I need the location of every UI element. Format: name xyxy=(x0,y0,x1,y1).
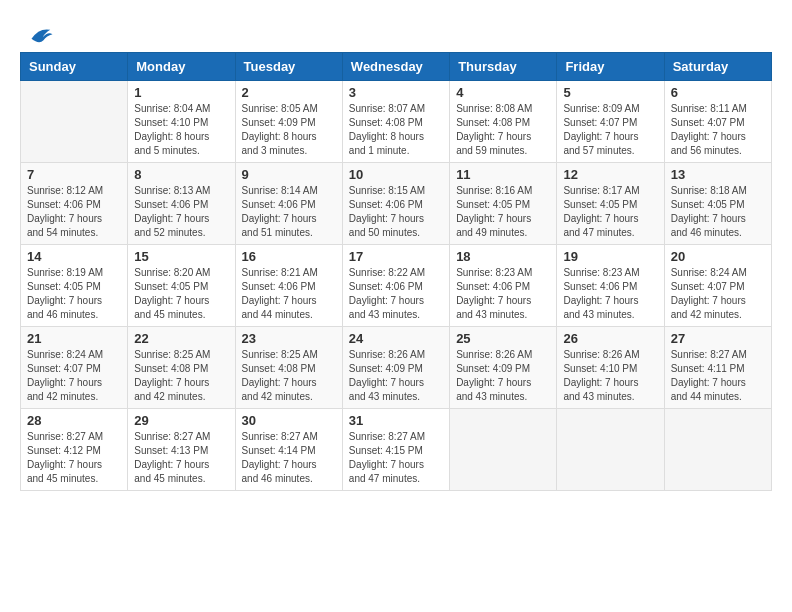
day-info: Sunrise: 8:26 AM Sunset: 4:09 PM Dayligh… xyxy=(349,348,443,404)
calendar-cell: 30Sunrise: 8:27 AM Sunset: 4:14 PM Dayli… xyxy=(235,409,342,491)
calendar-cell: 13Sunrise: 8:18 AM Sunset: 4:05 PM Dayli… xyxy=(664,163,771,245)
day-info: Sunrise: 8:09 AM Sunset: 4:07 PM Dayligh… xyxy=(563,102,657,158)
day-number: 19 xyxy=(563,249,657,264)
day-number: 30 xyxy=(242,413,336,428)
day-number: 11 xyxy=(456,167,550,182)
calendar-week-row: 14Sunrise: 8:19 AM Sunset: 4:05 PM Dayli… xyxy=(21,245,772,327)
calendar-cell: 15Sunrise: 8:20 AM Sunset: 4:05 PM Dayli… xyxy=(128,245,235,327)
calendar-cell: 5Sunrise: 8:09 AM Sunset: 4:07 PM Daylig… xyxy=(557,81,664,163)
calendar-cell: 29Sunrise: 8:27 AM Sunset: 4:13 PM Dayli… xyxy=(128,409,235,491)
calendar-table: SundayMondayTuesdayWednesdayThursdayFrid… xyxy=(20,52,772,491)
calendar-cell: 28Sunrise: 8:27 AM Sunset: 4:12 PM Dayli… xyxy=(21,409,128,491)
calendar-cell: 7Sunrise: 8:12 AM Sunset: 4:06 PM Daylig… xyxy=(21,163,128,245)
calendar-cell: 22Sunrise: 8:25 AM Sunset: 4:08 PM Dayli… xyxy=(128,327,235,409)
day-info: Sunrise: 8:20 AM Sunset: 4:05 PM Dayligh… xyxy=(134,266,228,322)
day-info: Sunrise: 8:27 AM Sunset: 4:14 PM Dayligh… xyxy=(242,430,336,486)
day-info: Sunrise: 8:27 AM Sunset: 4:11 PM Dayligh… xyxy=(671,348,765,404)
calendar-cell xyxy=(664,409,771,491)
calendar-week-row: 21Sunrise: 8:24 AM Sunset: 4:07 PM Dayli… xyxy=(21,327,772,409)
calendar-cell: 31Sunrise: 8:27 AM Sunset: 4:15 PM Dayli… xyxy=(342,409,449,491)
calendar-cell: 12Sunrise: 8:17 AM Sunset: 4:05 PM Dayli… xyxy=(557,163,664,245)
calendar-cell: 16Sunrise: 8:21 AM Sunset: 4:06 PM Dayli… xyxy=(235,245,342,327)
calendar-cell: 2Sunrise: 8:05 AM Sunset: 4:09 PM Daylig… xyxy=(235,81,342,163)
day-number: 1 xyxy=(134,85,228,100)
day-number: 15 xyxy=(134,249,228,264)
day-number: 16 xyxy=(242,249,336,264)
column-header-saturday: Saturday xyxy=(664,53,771,81)
day-info: Sunrise: 8:14 AM Sunset: 4:06 PM Dayligh… xyxy=(242,184,336,240)
logo xyxy=(20,20,54,42)
calendar-cell: 27Sunrise: 8:27 AM Sunset: 4:11 PM Dayli… xyxy=(664,327,771,409)
day-number: 10 xyxy=(349,167,443,182)
calendar-cell: 24Sunrise: 8:26 AM Sunset: 4:09 PM Dayli… xyxy=(342,327,449,409)
day-info: Sunrise: 8:11 AM Sunset: 4:07 PM Dayligh… xyxy=(671,102,765,158)
calendar-cell: 20Sunrise: 8:24 AM Sunset: 4:07 PM Dayli… xyxy=(664,245,771,327)
day-info: Sunrise: 8:26 AM Sunset: 4:09 PM Dayligh… xyxy=(456,348,550,404)
calendar-cell: 18Sunrise: 8:23 AM Sunset: 4:06 PM Dayli… xyxy=(450,245,557,327)
day-info: Sunrise: 8:07 AM Sunset: 4:08 PM Dayligh… xyxy=(349,102,443,158)
day-number: 7 xyxy=(27,167,121,182)
day-number: 13 xyxy=(671,167,765,182)
calendar-cell: 23Sunrise: 8:25 AM Sunset: 4:08 PM Dayli… xyxy=(235,327,342,409)
column-header-friday: Friday xyxy=(557,53,664,81)
day-number: 3 xyxy=(349,85,443,100)
calendar-cell: 26Sunrise: 8:26 AM Sunset: 4:10 PM Dayli… xyxy=(557,327,664,409)
calendar-cell: 1Sunrise: 8:04 AM Sunset: 4:10 PM Daylig… xyxy=(128,81,235,163)
calendar-cell: 10Sunrise: 8:15 AM Sunset: 4:06 PM Dayli… xyxy=(342,163,449,245)
calendar-cell: 25Sunrise: 8:26 AM Sunset: 4:09 PM Dayli… xyxy=(450,327,557,409)
calendar-cell: 19Sunrise: 8:23 AM Sunset: 4:06 PM Dayli… xyxy=(557,245,664,327)
column-header-thursday: Thursday xyxy=(450,53,557,81)
column-header-tuesday: Tuesday xyxy=(235,53,342,81)
day-number: 27 xyxy=(671,331,765,346)
day-number: 8 xyxy=(134,167,228,182)
day-info: Sunrise: 8:22 AM Sunset: 4:06 PM Dayligh… xyxy=(349,266,443,322)
calendar-cell: 21Sunrise: 8:24 AM Sunset: 4:07 PM Dayli… xyxy=(21,327,128,409)
day-info: Sunrise: 8:18 AM Sunset: 4:05 PM Dayligh… xyxy=(671,184,765,240)
day-info: Sunrise: 8:17 AM Sunset: 4:05 PM Dayligh… xyxy=(563,184,657,240)
day-info: Sunrise: 8:27 AM Sunset: 4:12 PM Dayligh… xyxy=(27,430,121,486)
day-number: 2 xyxy=(242,85,336,100)
calendar-cell xyxy=(557,409,664,491)
day-info: Sunrise: 8:27 AM Sunset: 4:13 PM Dayligh… xyxy=(134,430,228,486)
calendar-header-row: SundayMondayTuesdayWednesdayThursdayFrid… xyxy=(21,53,772,81)
day-info: Sunrise: 8:15 AM Sunset: 4:06 PM Dayligh… xyxy=(349,184,443,240)
calendar-cell: 11Sunrise: 8:16 AM Sunset: 4:05 PM Dayli… xyxy=(450,163,557,245)
logo-bird-icon xyxy=(24,20,54,50)
page-header xyxy=(20,20,772,42)
day-info: Sunrise: 8:04 AM Sunset: 4:10 PM Dayligh… xyxy=(134,102,228,158)
day-number: 21 xyxy=(27,331,121,346)
day-info: Sunrise: 8:23 AM Sunset: 4:06 PM Dayligh… xyxy=(456,266,550,322)
day-number: 31 xyxy=(349,413,443,428)
day-info: Sunrise: 8:25 AM Sunset: 4:08 PM Dayligh… xyxy=(242,348,336,404)
day-info: Sunrise: 8:21 AM Sunset: 4:06 PM Dayligh… xyxy=(242,266,336,322)
calendar-cell: 17Sunrise: 8:22 AM Sunset: 4:06 PM Dayli… xyxy=(342,245,449,327)
day-number: 29 xyxy=(134,413,228,428)
day-info: Sunrise: 8:26 AM Sunset: 4:10 PM Dayligh… xyxy=(563,348,657,404)
day-number: 28 xyxy=(27,413,121,428)
calendar-cell: 14Sunrise: 8:19 AM Sunset: 4:05 PM Dayli… xyxy=(21,245,128,327)
day-info: Sunrise: 8:24 AM Sunset: 4:07 PM Dayligh… xyxy=(27,348,121,404)
day-number: 5 xyxy=(563,85,657,100)
calendar-cell: 6Sunrise: 8:11 AM Sunset: 4:07 PM Daylig… xyxy=(664,81,771,163)
calendar-cell xyxy=(21,81,128,163)
day-number: 9 xyxy=(242,167,336,182)
calendar-cell: 4Sunrise: 8:08 AM Sunset: 4:08 PM Daylig… xyxy=(450,81,557,163)
day-info: Sunrise: 8:08 AM Sunset: 4:08 PM Dayligh… xyxy=(456,102,550,158)
calendar-cell: 3Sunrise: 8:07 AM Sunset: 4:08 PM Daylig… xyxy=(342,81,449,163)
column-header-monday: Monday xyxy=(128,53,235,81)
day-number: 17 xyxy=(349,249,443,264)
day-number: 23 xyxy=(242,331,336,346)
column-header-sunday: Sunday xyxy=(21,53,128,81)
calendar-cell: 8Sunrise: 8:13 AM Sunset: 4:06 PM Daylig… xyxy=(128,163,235,245)
day-info: Sunrise: 8:19 AM Sunset: 4:05 PM Dayligh… xyxy=(27,266,121,322)
calendar-cell xyxy=(450,409,557,491)
column-header-wednesday: Wednesday xyxy=(342,53,449,81)
day-number: 26 xyxy=(563,331,657,346)
calendar-week-row: 28Sunrise: 8:27 AM Sunset: 4:12 PM Dayli… xyxy=(21,409,772,491)
day-number: 18 xyxy=(456,249,550,264)
calendar-cell: 9Sunrise: 8:14 AM Sunset: 4:06 PM Daylig… xyxy=(235,163,342,245)
day-info: Sunrise: 8:16 AM Sunset: 4:05 PM Dayligh… xyxy=(456,184,550,240)
day-number: 6 xyxy=(671,85,765,100)
day-info: Sunrise: 8:13 AM Sunset: 4:06 PM Dayligh… xyxy=(134,184,228,240)
day-number: 4 xyxy=(456,85,550,100)
